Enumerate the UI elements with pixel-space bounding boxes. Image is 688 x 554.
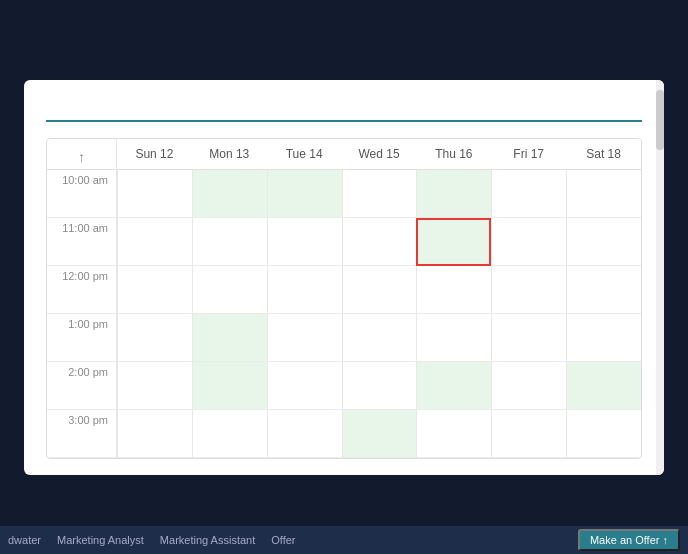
cell-4-6[interactable] [566,362,641,410]
time-label-2: 12:00 pm [47,266,117,314]
cell-4-2 [267,362,342,410]
cell-2-1 [192,266,267,314]
cell-5-2 [267,410,342,458]
cell-0-4[interactable] [416,170,491,218]
up-arrow-icon: ↑ [78,149,85,165]
cell-0-5 [491,170,566,218]
cell-3-2 [267,314,342,362]
cell-3-0 [117,314,192,362]
cell-3-4 [416,314,491,362]
cell-1-2 [267,218,342,266]
time-label-3: 1:00 pm [47,314,117,362]
time-label-4: 2:00 pm [47,362,117,410]
cell-3-1[interactable] [192,314,267,362]
cell-2-0 [117,266,192,314]
section-title [46,116,642,122]
col-header-2: Tue 14 [267,139,342,170]
col-header-4: Thu 16 [416,139,491,170]
col-header-1: Mon 13 [192,139,267,170]
cell-5-5 [491,410,566,458]
up-arrow-spacer: ↑ [47,139,117,170]
cell-2-5 [491,266,566,314]
taskbar: dwater Marketing Analyst Marketing Assis… [0,526,688,554]
taskbar-item-1: Marketing Analyst [57,534,144,546]
taskbar-item-3: Offer [271,534,295,546]
cell-1-6 [566,218,641,266]
cell-4-3 [342,362,417,410]
cell-2-3 [342,266,417,314]
modal-body: ↑Sun 12Mon 13Tue 14Wed 15Thu 16Fri 17Sat… [24,116,664,475]
col-header-3: Wed 15 [342,139,417,170]
taskbar-item-0: dwater [8,534,41,546]
cell-1-4[interactable] [416,218,491,266]
col-header-0: Sun 12 [117,139,192,170]
time-label-1: 11:00 am [47,218,117,266]
cell-0-0 [117,170,192,218]
cell-3-6 [566,314,641,362]
col-header-5: Fri 17 [491,139,566,170]
cell-1-3 [342,218,417,266]
col-header-6: Sat 18 [566,139,641,170]
calendar-grid: ↑Sun 12Mon 13Tue 14Wed 15Thu 16Fri 17Sat… [46,138,642,459]
cell-5-4 [416,410,491,458]
cell-0-1[interactable] [192,170,267,218]
cell-0-2[interactable] [267,170,342,218]
schedule-modal: ↑Sun 12Mon 13Tue 14Wed 15Thu 16Fri 17Sat… [24,80,664,475]
modal-header [24,80,664,116]
time-label-0: 10:00 am [47,170,117,218]
scrollbar-track[interactable] [656,80,664,475]
make-offer-button[interactable]: Make an Offer ↑ [578,529,680,551]
cell-2-6 [566,266,641,314]
taskbar-item-2: Marketing Assistant [160,534,255,546]
cell-1-1 [192,218,267,266]
cell-4-0 [117,362,192,410]
cell-0-6 [566,170,641,218]
cell-5-1 [192,410,267,458]
cell-1-0 [117,218,192,266]
cell-4-4[interactable] [416,362,491,410]
cell-4-1[interactable] [192,362,267,410]
cell-1-5 [491,218,566,266]
time-label-5: 3:00 pm [47,410,117,458]
cell-3-5 [491,314,566,362]
cell-4-5 [491,362,566,410]
scrollbar-thumb[interactable] [656,90,664,150]
modal-overlay: ↑Sun 12Mon 13Tue 14Wed 15Thu 16Fri 17Sat… [0,0,688,554]
cell-3-3 [342,314,417,362]
cell-5-3[interactable] [342,410,417,458]
cell-2-4 [416,266,491,314]
cell-5-6 [566,410,641,458]
cell-2-2 [267,266,342,314]
cell-0-3 [342,170,417,218]
cell-5-0 [117,410,192,458]
close-button[interactable] [630,98,642,102]
